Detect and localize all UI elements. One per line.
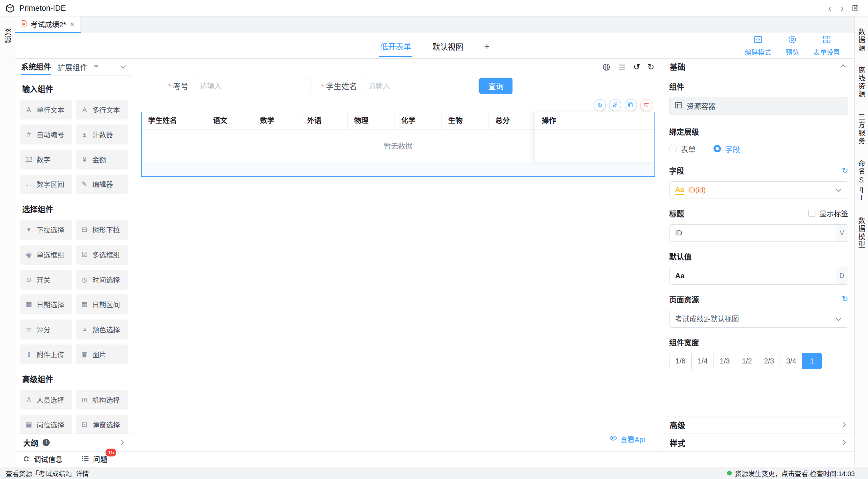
component-item-person-picker[interactable]: ♙人员选择 xyxy=(20,390,73,410)
redo-icon[interactable]: ↻ xyxy=(647,63,654,71)
component-item-org-picker[interactable]: ⊞机构选择 xyxy=(76,390,128,410)
status-change-notice[interactable]: 资源发生变更，点击查看,检查时间:14:03 xyxy=(727,468,863,478)
single-line-text-icon: A xyxy=(24,106,33,114)
component-item-time-picker[interactable]: ◷时间选择 xyxy=(76,270,128,290)
width-option-3-4[interactable]: 3/4 xyxy=(780,353,803,369)
document-tab[interactable]: 考试成绩2* × xyxy=(15,16,81,33)
tab-system-components[interactable]: 系统组件 xyxy=(21,59,51,75)
component-item-radio-group[interactable]: ◉单选框组 xyxy=(20,245,73,265)
selected-table-widget[interactable]: ↻ 学生姓名 语文 数学 外语 物理 xyxy=(141,112,655,177)
nav-forward-icon[interactable]: › xyxy=(836,3,848,13)
width-option-full[interactable]: 1 xyxy=(802,353,822,369)
basic-section-header[interactable]: 基础 xyxy=(662,59,854,74)
view-api-link[interactable]: 查看Api xyxy=(609,434,645,444)
component-item-counter[interactable]: ±计数器 xyxy=(76,124,128,145)
collapse-panel-button[interactable] xyxy=(119,63,127,71)
form-settings-label: 表单设置 xyxy=(813,47,840,57)
component-item-switch[interactable]: ⊙开关 xyxy=(20,270,73,290)
info-icon: i xyxy=(43,439,50,446)
tab-extended-components[interactable]: 扩展组件 xyxy=(58,59,88,75)
radio-form[interactable]: 表单 xyxy=(669,143,696,154)
view-tab-form[interactable]: 低开表单 xyxy=(379,34,412,58)
page-resource-sync-icon[interactable]: ↻ xyxy=(842,295,848,303)
person-picker-icon: ♙ xyxy=(24,396,33,404)
student-name-input[interactable]: 请输入 xyxy=(363,78,479,94)
rail-item-third-party-service[interactable]: 三方服务 xyxy=(856,113,866,146)
component-item-multi-line-text[interactable]: A多行文本 xyxy=(76,100,128,120)
outline-bar[interactable]: 大纲 i xyxy=(15,434,132,451)
component-label: 颜色选择 xyxy=(92,324,120,334)
section-input-components: 输入组件 A单行文本 A多行文本 #自动编号 ±计数器 12数字 ¥金额 ↔数字… xyxy=(20,83,128,194)
component-item-tree-dropdown[interactable]: ⊟树形下拉 xyxy=(76,220,128,240)
section-select-components: 选择组件 ▾下拉选择 ⊟树形下拉 ◉单选框组 ☑多选框组 ⊙开关 ◷时间选择 ▦… xyxy=(20,203,128,364)
component-item-auto-number[interactable]: #自动编号 xyxy=(20,124,73,145)
undo-icon[interactable]: ↺ xyxy=(633,63,640,71)
add-view-button[interactable]: + xyxy=(483,35,491,57)
tab-close-icon[interactable]: × xyxy=(69,20,75,29)
width-option-1-3[interactable]: 1/3 xyxy=(713,353,736,369)
save-icon[interactable] xyxy=(848,4,863,12)
component-item-date-range[interactable]: ▤日期区间 xyxy=(76,294,128,314)
component-item-rating[interactable]: ☆评分 xyxy=(20,319,73,339)
sync-button[interactable]: ↻ xyxy=(594,99,606,111)
delete-button[interactable] xyxy=(640,99,652,111)
outline-expand-button[interactable] xyxy=(117,439,125,447)
canvas-toolbar: ↺ ↻ xyxy=(602,63,654,71)
width-option-1-2[interactable]: 1/2 xyxy=(736,353,758,369)
outline-tree-icon[interactable] xyxy=(618,63,626,71)
advanced-section-header[interactable]: 高级 xyxy=(662,416,854,434)
globe-icon[interactable] xyxy=(602,63,610,71)
design-canvas[interactable]: ↺ ↻ *考号 请输入 *学生姓名 请输入 查询 ↻ xyxy=(133,59,662,451)
component-item-attachment-upload[interactable]: ⇧附件上传 xyxy=(20,344,73,365)
component-item-editor[interactable]: ✎编辑器 xyxy=(76,175,128,195)
checkbox-group-icon: ☑ xyxy=(80,251,89,259)
rail-item-offline-resource[interactable]: 离线资源 xyxy=(856,67,866,99)
preview-button[interactable]: 预览 xyxy=(786,35,799,57)
container-empty-area[interactable] xyxy=(142,162,655,176)
component-item-number[interactable]: 12数字 xyxy=(20,150,73,170)
rail-item-data-model[interactable]: 数据模型 xyxy=(856,217,866,249)
component-item-checkbox-group[interactable]: ☑多选框组 xyxy=(76,245,128,265)
component-item-number-range[interactable]: ↔数字区间 xyxy=(20,175,73,195)
component-item-dropdown[interactable]: ▾下拉选择 xyxy=(20,220,73,240)
color-picker-icon: ◕ xyxy=(80,326,89,333)
component-item-image[interactable]: ▣图片 xyxy=(76,344,128,365)
query-button[interactable]: 查询 xyxy=(479,78,513,94)
rail-item-resources[interactable]: 资源 xyxy=(3,28,13,44)
field-select[interactable]: Aa ID(id) xyxy=(669,181,848,199)
component-item-amount[interactable]: ¥金额 xyxy=(76,150,128,170)
collapse-basic-button[interactable] xyxy=(839,62,847,70)
copy-button[interactable] xyxy=(625,99,637,111)
show-label-checkbox[interactable]: 显示标签 xyxy=(808,208,848,219)
radio-field[interactable]: 字段 xyxy=(713,143,740,154)
field-sync-icon[interactable]: ↻ xyxy=(842,167,848,175)
panel-menu-icon[interactable]: ≡ xyxy=(94,63,98,71)
rail-item-named-sql[interactable]: 命名Sql xyxy=(856,160,866,203)
title-input[interactable]: ID V xyxy=(669,224,848,242)
style-section-header[interactable]: 样式 xyxy=(662,434,854,451)
component-item-color-picker[interactable]: ◕颜色选择 xyxy=(76,319,128,339)
component-label: 单行文本 xyxy=(36,105,64,115)
nav-back-icon[interactable]: ‹ xyxy=(824,3,836,13)
width-option-1-6[interactable]: 1/6 xyxy=(669,353,692,369)
label-text: 考号 xyxy=(173,82,188,91)
component-item-post-picker[interactable]: ▤岗位选择 xyxy=(20,415,73,434)
exam-no-input[interactable]: 请输入 xyxy=(194,78,310,94)
view-tab-default-view[interactable]: 默认视图 xyxy=(431,35,465,57)
width-option-1-4[interactable]: 1/4 xyxy=(691,353,714,369)
link-button[interactable] xyxy=(609,99,621,111)
form-settings-button[interactable]: 表单设置 xyxy=(813,35,840,57)
title-variable-toggle[interactable]: V xyxy=(836,225,848,242)
radio-circle-icon xyxy=(669,145,677,153)
default-value-toggle[interactable]: D xyxy=(836,267,848,284)
component-item-single-line-text[interactable]: A单行文本 xyxy=(20,100,73,120)
page-resource-select[interactable]: 考试成绩2-默认视图 xyxy=(669,310,848,328)
component-item-date-picker[interactable]: ▦日期选择 xyxy=(20,294,73,314)
debug-info-button[interactable]: 调试信息 xyxy=(22,454,63,464)
component-item-dialog-picker[interactable]: ⊡弹窗选择 xyxy=(76,415,128,434)
rail-item-datasource[interactable]: 数据源 xyxy=(856,28,866,52)
width-option-2-3[interactable]: 2/3 xyxy=(758,353,780,369)
problems-button[interactable]: 问题 15 xyxy=(81,454,107,464)
code-mode-button[interactable]: 编码模式 xyxy=(745,35,771,57)
default-value-input[interactable]: Aa D xyxy=(669,267,848,285)
